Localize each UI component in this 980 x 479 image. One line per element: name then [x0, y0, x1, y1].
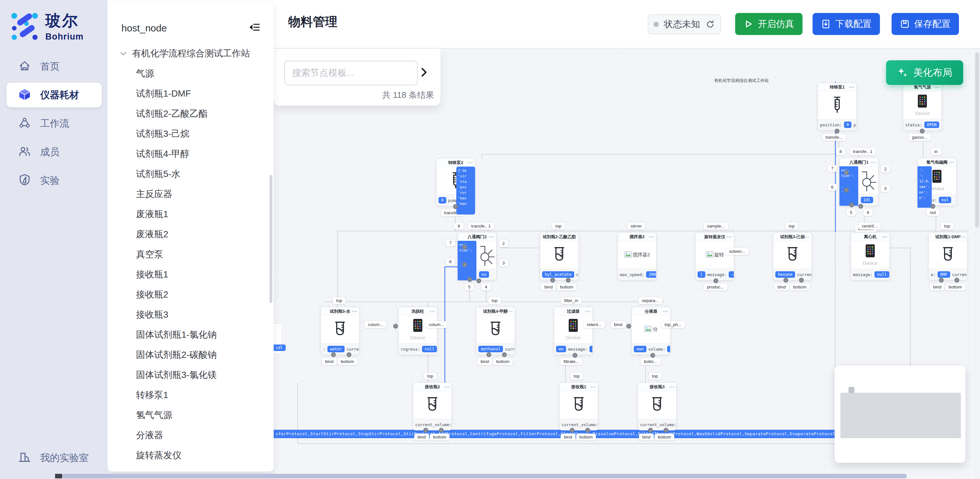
node-transfer-pump-2[interactable]: 转移泵2•••0pump_info:{'de 'vir 'sta 'pos 'c… — [436, 158, 475, 206]
node-menu-icon[interactable]: ••• — [591, 383, 596, 391]
tree-item[interactable]: 试剂瓶1-DMF — [136, 88, 191, 100]
tree-item[interactable]: 转移泵1 — [136, 389, 169, 401]
port-connector[interactable]: › — [799, 278, 804, 283]
node-menu-icon[interactable]: ••• — [649, 233, 654, 241]
collapse-panel-icon[interactable] — [249, 21, 261, 33]
sidebar-item-instruments[interactable]: 仪器耗材 — [6, 83, 102, 107]
port-connector[interactable]: › — [423, 428, 428, 433]
port-connector[interactable]: › — [570, 428, 574, 433]
node-valve-2[interactable]: 八通阀门2•••status:nunr', tion': . '8transfe… — [458, 232, 496, 280]
node-menu-icon[interactable]: ••• — [468, 158, 473, 167]
node-bottle3-hexane[interactable]: 试剂瓶3-己烷•••hexanecurrent_vtopbindbottom›› — [773, 232, 812, 280]
port-connector[interactable]: › — [467, 277, 472, 282]
tree-item[interactable]: 废液瓶1 — [136, 208, 169, 220]
node-menu-icon[interactable]: ••• — [882, 233, 888, 241]
tree-item[interactable]: 分液器 — [136, 429, 163, 441]
sidebar-item-home[interactable]: 首页 — [6, 54, 102, 79]
minimap-viewport[interactable] — [840, 393, 961, 438]
tree-item[interactable]: 真空泵 — [136, 248, 163, 260]
node-receiver-1[interactable]: 接收瓶1•••current_volume:0topbindbottom›› — [559, 382, 598, 430]
port-connector[interactable]: › — [626, 324, 631, 329]
tree-item[interactable]: 废液瓶2 — [136, 228, 169, 241]
node-menu-icon[interactable]: ••• — [571, 233, 577, 241]
node-menu-icon[interactable]: ••• — [960, 233, 966, 241]
port-connector[interactable]: › — [585, 428, 590, 433]
node-h2-gas-source[interactable]: 氢气气源•••Devicestatus:OPENgasso...› — [903, 83, 942, 131]
tree-item[interactable]: 气源 — [136, 67, 154, 80]
port-connector[interactable]: › — [849, 203, 854, 208]
port-connector[interactable]: › — [858, 204, 863, 209]
tree-item[interactable]: 旋转蒸发仪 — [136, 449, 181, 461]
tree-item[interactable]: 接收瓶3 — [136, 308, 169, 321]
port-connector[interactable]: › — [835, 129, 840, 134]
node-menu-icon[interactable]: ••• — [430, 307, 435, 316]
port-connector[interactable]: › — [920, 129, 924, 134]
node-menu-icon[interactable]: ••• — [489, 233, 495, 241]
node-h2-solenoid-valve[interactable]: 氢气电磁阀•••Devicestatus:nul': ': 12.0, ime'… — [918, 158, 956, 206]
tree-item[interactable]: 接收瓶2 — [136, 289, 169, 301]
port-connector[interactable]: › — [462, 245, 467, 249]
node-menu-icon[interactable]: ••• — [871, 158, 877, 166]
node-bottle5-water[interactable]: 试剂瓶5-水•••:watercurrent_vtopbindbottom›› — [321, 307, 360, 355]
tree-item[interactable]: 固体试剂瓶2-碳酸钠 — [136, 349, 217, 361]
tree-item[interactable]: 固体试剂瓶3-氯化镁 — [136, 369, 217, 381]
port-connector[interactable]: › — [462, 262, 467, 267]
tree-panel-scrollbar[interactable] — [269, 175, 272, 303]
port-connector[interactable]: › — [487, 352, 491, 357]
canvas-vertical-scrollbar[interactable] — [974, 49, 980, 479]
node-menu-icon[interactable]: ••• — [727, 233, 732, 241]
port-connector[interactable]: › — [939, 278, 944, 283]
node-menu-icon[interactable]: ••• — [669, 383, 675, 391]
port-connector[interactable]: › — [648, 428, 653, 433]
window-horizontal-scrollbar[interactable] — [62, 474, 907, 478]
node-valve-1[interactable]: 八通阀门1•••status:Idlnr', tion': . '8transf… — [840, 158, 878, 206]
tree-item[interactable]: 接收瓶1 — [136, 268, 169, 281]
node-bottle4-methanol[interactable]: 试剂瓶4-甲醇•••methanolcurrent_topbindbottom›… — [476, 307, 515, 355]
node-bottle2-ethyl-acetate[interactable]: 试剂瓶2-乙酸乙酯•••hyl_acetatecurretopbindbotto… — [540, 232, 579, 280]
node-bottle1-dmf[interactable]: 试剂瓶1-DMF•••e:DMFcurrent_voltopbindbottom… — [929, 232, 967, 280]
sidebar-item-my-lab[interactable]: 我的实验室 — [6, 445, 102, 470]
tree-root-node[interactable]: 有机化学流程综合测试工作站 — [119, 47, 250, 60]
tree-item[interactable]: 氢气气源 — [136, 409, 172, 421]
sidebar-item-workflow[interactable]: 工作流 — [6, 111, 102, 136]
node-separator[interactable]: 分液器•••分ownvolume:250separa...botto...bin… — [632, 307, 670, 355]
port-connector[interactable]: › — [650, 353, 655, 358]
search-submit-button[interactable] — [417, 65, 431, 80]
sidebar-item-experiments[interactable]: 实验 — [6, 168, 102, 193]
beautify-layout-button[interactable]: 美化布局 — [886, 60, 963, 85]
port-connector[interactable]: › — [453, 204, 458, 209]
node-menu-icon[interactable]: ••• — [508, 307, 513, 316]
chevron-down-icon[interactable] — [119, 49, 127, 58]
port-connector[interactable]: › — [573, 353, 578, 358]
node-receiver-3[interactable]: 接收瓶3•••current_volume:0topbindbottom›› — [638, 382, 676, 430]
port-connector[interactable]: › — [783, 278, 788, 283]
port-connector[interactable]: › — [713, 278, 718, 283]
node-receiver-2[interactable]: 接收瓶2•••current_volume:0topbindbottom›› — [413, 382, 452, 430]
tree-item[interactable]: 主反应器 — [136, 188, 172, 200]
search-input[interactable] — [284, 61, 418, 85]
port-connector[interactable]: › — [844, 170, 849, 175]
refresh-icon[interactable] — [705, 19, 715, 29]
node-centrifuge[interactable]: 离心机•••Devicemessage:nullmacentrif... — [851, 232, 889, 280]
port-connector[interactable]: › — [550, 278, 555, 283]
start-simulation-button[interactable]: 开启仿真 — [735, 13, 802, 35]
download-config-button[interactable]: 下载配置 — [813, 13, 880, 35]
node-menu-icon[interactable]: ••• — [663, 307, 668, 316]
node-transfer-pump-1[interactable]: 转移泵1•••position:0pumptransfe...› — [818, 83, 857, 131]
node-menu-icon[interactable]: ••• — [949, 158, 955, 166]
flow-canvas[interactable]: 有机化学流程综合测试工作站 美化布局 sferProtocol,StartSti… — [274, 49, 980, 479]
tree-item[interactable]: 试剂瓶3-己烷 — [136, 128, 189, 140]
sidebar-item-members[interactable]: 成员 — [6, 140, 102, 164]
tree-item[interactable]: 固体试剂瓶1-氯化钠 — [136, 329, 217, 341]
port-connector[interactable]: › — [476, 278, 481, 283]
port-connector[interactable]: › — [347, 352, 352, 357]
node-rotary-evaporator[interactable]: 旋转蒸发仪•••旋转lmessage:–max_sample...produc.… — [695, 232, 734, 280]
node-menu-icon[interactable]: ••• — [805, 233, 810, 241]
minimap[interactable] — [835, 366, 966, 463]
node-menu-icon[interactable]: ••• — [849, 83, 855, 91]
node-filter[interactable]: 过滤器•••Devicewnmessage:–mafilter_infiltra… — [554, 307, 593, 355]
node-menu-icon[interactable]: ••• — [444, 383, 450, 391]
port-connector[interactable]: › — [955, 278, 959, 283]
port-connector[interactable]: › — [439, 428, 444, 433]
port-connector[interactable]: › — [502, 352, 507, 357]
